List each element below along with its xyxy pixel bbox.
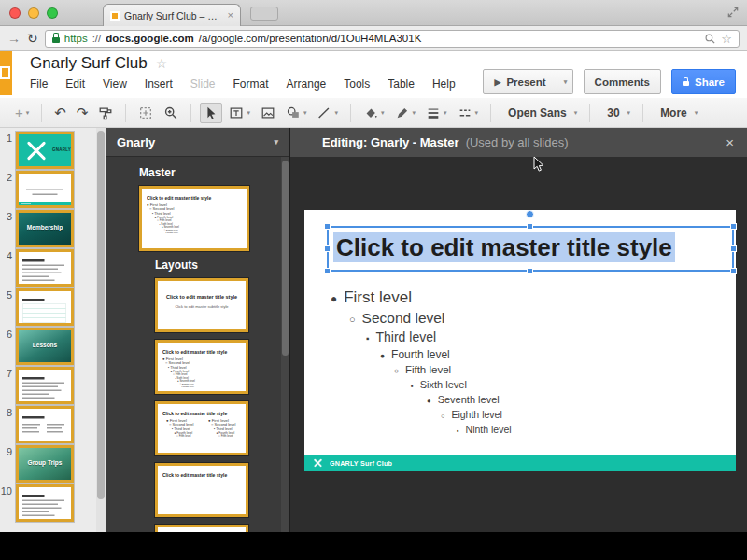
- fullscreen-icon[interactable]: [726, 6, 740, 19]
- resize-handle-se[interactable]: [730, 268, 737, 274]
- slide-row: 7: [0, 367, 96, 404]
- layout-thumbnail-title_body[interactable]: Click to edit master title style● First …: [155, 340, 248, 394]
- tiny-bullet-list: ● First level○ Second level▪ Third level…: [162, 417, 199, 438]
- search-icon[interactable]: [704, 33, 716, 45]
- slide-preview: [19, 487, 71, 519]
- minimize-window-button[interactable]: [28, 7, 39, 19]
- new-slide-button[interactable]: + ▾: [11, 103, 33, 122]
- redo-button[interactable]: ↷: [73, 103, 92, 122]
- resize-handle-nw[interactable]: [324, 223, 331, 230]
- slide-canvas[interactable]: Click to edit master title style ●First …: [304, 210, 736, 471]
- insert-image-button[interactable]: [257, 103, 279, 123]
- scrollbar-thumb[interactable]: [97, 131, 105, 499]
- select-tool-button[interactable]: [200, 103, 222, 123]
- fill-color-button[interactable]: ▾: [359, 103, 388, 123]
- present-dropdown-button[interactable]: ▾: [557, 69, 573, 94]
- menu-edit[interactable]: Edit: [65, 77, 85, 91]
- slide-thumbnail[interactable]: GNARLY: [16, 132, 74, 169]
- new-tab-button[interactable]: [250, 7, 278, 21]
- share-button[interactable]: Share: [671, 69, 736, 94]
- tiny-bullet-list: ● First level○ Second level▪ Third level…: [204, 417, 241, 438]
- resize-handle-e[interactable]: [730, 245, 737, 252]
- master-body-placeholder[interactable]: ●First level○Second level▪Third level●Fo…: [304, 287, 736, 438]
- resize-handle-w[interactable]: [324, 245, 331, 252]
- present-button[interactable]: ▶ Present: [483, 69, 557, 94]
- bullet-label: Second level: [362, 309, 445, 327]
- browser-tab[interactable]: Gnarly Surf Club – Google ×: [103, 4, 241, 26]
- zoom-fit-button[interactable]: [134, 103, 157, 123]
- forward-arrow-icon[interactable]: →: [7, 31, 21, 46]
- slide-thumbnail[interactable]: Membership: [16, 210, 74, 247]
- scrollbar-thumb[interactable]: [282, 161, 289, 356]
- letterbox: [0, 532, 747, 560]
- resize-handle-ne[interactable]: [730, 223, 737, 230]
- bullet-row: ○Eighth level: [441, 408, 736, 423]
- line-weight-button[interactable]: ▾: [422, 103, 451, 123]
- slide-thumbnail[interactable]: [16, 288, 74, 326]
- resize-handle-sw[interactable]: [324, 268, 331, 274]
- text-box-button[interactable]: ▾: [225, 103, 254, 123]
- menu-arrange[interactable]: Arrange: [287, 77, 327, 91]
- slide-thumbnail[interactable]: [16, 249, 74, 287]
- layout-thumbnail-title_only[interactable]: Click to edit master title style: [155, 463, 248, 517]
- resize-handle-s[interactable]: [527, 268, 533, 274]
- title-placeholder-selection[interactable]: Click to edit master title style: [327, 226, 734, 272]
- line-dash-button[interactable]: ▾: [454, 103, 483, 123]
- line-icon: [317, 105, 331, 120]
- menu-slide: Slide: [190, 77, 216, 91]
- master-title-text[interactable]: Click to edit master title style: [333, 233, 675, 262]
- layout-thumbnail-partial[interactable]: [155, 525, 248, 532]
- tab-close-icon[interactable]: ×: [228, 10, 233, 21]
- address-bar[interactable]: https :// docs.google.com /a/google.com/…: [45, 30, 740, 48]
- resize-handle-n[interactable]: [527, 223, 533, 230]
- bullet-label: Fourth level: [391, 347, 450, 362]
- layout-thumbnail-title_slide[interactable]: Click to edit master title styleClick to…: [155, 278, 248, 332]
- star-document-icon[interactable]: ☆: [156, 56, 168, 71]
- text-line: [22, 269, 58, 271]
- insert-shape-button[interactable]: ▾: [282, 103, 311, 123]
- theme-header[interactable]: Gnarly ▾: [106, 128, 289, 157]
- chevron-down-icon: ▾: [627, 109, 631, 117]
- undo-button[interactable]: ↶: [50, 103, 70, 122]
- document-title[interactable]: Gnarly Surf Club: [30, 54, 148, 73]
- bookmark-star-icon[interactable]: ☆: [721, 32, 732, 46]
- slides-app-icon[interactable]: [0, 51, 12, 95]
- more-dropdown[interactable]: More ▾: [652, 104, 701, 122]
- slide-row: 2: [0, 171, 96, 208]
- slide-thumbnail[interactable]: [16, 406, 74, 443]
- menu-file[interactable]: File: [30, 77, 48, 91]
- slide-thumbnail[interactable]: [16, 484, 74, 522]
- reload-icon[interactable]: ↻: [27, 32, 38, 45]
- slide-thumbnail[interactable]: Lessons: [16, 328, 74, 365]
- tiny-bullet-line: ○ Fifth level: [218, 435, 241, 439]
- master-thumbnail[interactable]: Click to edit master title style● First …: [139, 186, 249, 251]
- paint-format-button[interactable]: [94, 103, 117, 123]
- layout-thumbnail-two_column[interactable]: Click to edit master title style● First …: [155, 401, 248, 455]
- close-window-button[interactable]: [9, 7, 21, 19]
- slide-thumbnail[interactable]: Group Trips: [16, 445, 74, 483]
- menu-insert[interactable]: Insert: [145, 77, 173, 91]
- font-size-dropdown[interactable]: 30 ▾: [599, 104, 634, 122]
- menu-help[interactable]: Help: [432, 77, 456, 91]
- menu-tools[interactable]: Tools: [344, 77, 370, 91]
- zoom-icon: [163, 105, 178, 120]
- text-line: [47, 424, 64, 426]
- slide-thumbnail[interactable]: [16, 367, 74, 404]
- insert-line-button[interactable]: ▾: [313, 103, 342, 123]
- menu-table[interactable]: Table: [388, 77, 415, 91]
- slide-preview: Group Trips: [19, 448, 71, 480]
- comments-button[interactable]: Comments: [584, 69, 661, 94]
- master-preview-content: Click to edit master title style● First …: [142, 195, 247, 251]
- zoom-button[interactable]: [160, 103, 182, 123]
- filmstrip-scrollbar[interactable]: [96, 128, 106, 532]
- line-color-button[interactable]: ▾: [391, 103, 420, 123]
- close-icon[interactable]: ×: [726, 134, 734, 150]
- slide-thumbnail[interactable]: [16, 171, 74, 208]
- zoom-window-button[interactable]: [47, 7, 58, 19]
- slides-favicon-icon: [110, 11, 120, 21]
- menu-view[interactable]: View: [103, 77, 127, 91]
- rotate-handle[interactable]: [526, 210, 534, 218]
- font-family-dropdown[interactable]: Open Sans ▾: [500, 104, 581, 122]
- menu-format[interactable]: Format: [233, 77, 269, 91]
- master-panel-scrollbar[interactable]: [281, 157, 289, 532]
